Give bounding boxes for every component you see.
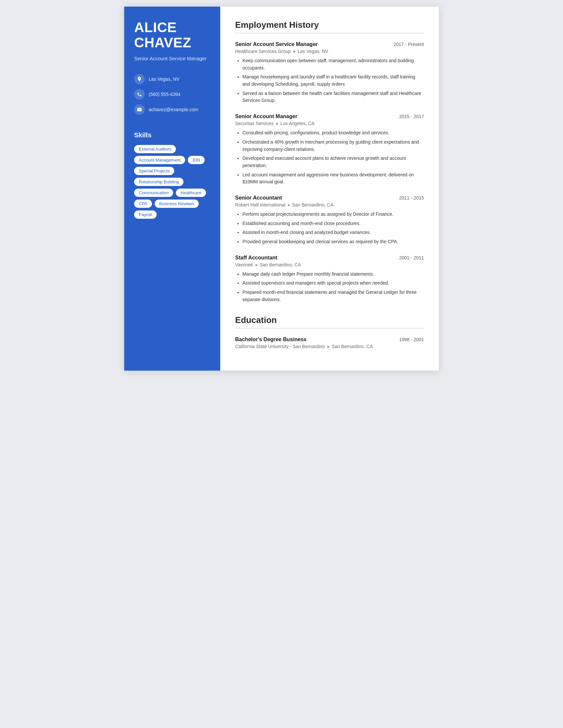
- job-bullet: Manage housekeeping and laundry staff in…: [242, 73, 424, 88]
- edu-block: Bachelor's Degree Business 1998 - 2001 C…: [235, 337, 424, 349]
- job-dates: 2015 - 2017: [399, 114, 424, 119]
- skill-tag: Relationship Building: [134, 178, 183, 186]
- phone-text: (560) 555-4394: [149, 92, 180, 97]
- job-company: Robert Half International●San Bernardino…: [235, 202, 424, 207]
- job-title: Senior Accountant: [235, 195, 282, 201]
- job-bullet: Keep communication open between staff, m…: [242, 57, 424, 71]
- edu-header: Bachelor's Degree Business 1998 - 2001: [235, 337, 424, 342]
- job-header: Senior Account Manager 2015 - 2017: [235, 114, 424, 119]
- skill-tag: Communication: [134, 189, 173, 197]
- skill-tag: External Auditors: [134, 145, 176, 153]
- job-bullet: Orchestrated a 40% growth in merchant pr…: [242, 139, 424, 153]
- edu-dates: 1998 - 2001: [399, 337, 424, 342]
- contact-section: Las Vegas, NV (560) 555-4394 achavez@exa…: [134, 74, 210, 115]
- education-section: Education Bachelor's Degree Business 199…: [235, 315, 424, 349]
- job-block: Senior Account Manager 2015 - 2017 Secur…: [235, 114, 424, 186]
- location-item: Las Vegas, NV: [134, 74, 210, 84]
- job-bullet: Led account management and aggressive ne…: [242, 171, 424, 186]
- job-bullet: Assisted in month-end closing and analyz…: [242, 229, 424, 236]
- job-bullets: Manage daily cash ledger Prepare monthly…: [235, 271, 424, 303]
- skill-tag: IDN: [188, 156, 204, 164]
- email-item: achavez@example.com: [134, 104, 210, 115]
- skill-tag: CPA: [134, 200, 152, 208]
- job-header: Senior Account Service Manager 2017 - Pr…: [235, 41, 424, 47]
- candidate-title: Senior Account Service Manager: [134, 55, 210, 62]
- job-header: Staff Accountant 2001 - 2011: [235, 255, 424, 261]
- job-company: Vavrinek●San Bernardino, CA: [235, 262, 424, 267]
- job-dates: 2001 - 2011: [399, 255, 424, 260]
- job-bullet: Established accounting and month-end clo…: [242, 220, 424, 227]
- edu-degree: Bachelor's Degree Business: [235, 337, 306, 342]
- job-bullets: Keep communication open between staff, m…: [235, 57, 424, 104]
- skills-tags: External AuditorsAccount ManagementIDNSp…: [134, 145, 210, 219]
- job-title: Senior Account Manager: [235, 114, 298, 119]
- job-block: Staff Accountant 2001 - 2011 Vavrinek●Sa…: [235, 255, 424, 303]
- job-bullet: Developed and executed account plans to …: [242, 155, 424, 169]
- jobs-container: Senior Account Service Manager 2017 - Pr…: [235, 41, 424, 303]
- job-title: Senior Account Service Manager: [235, 41, 318, 47]
- email-icon: [134, 104, 145, 115]
- job-bullet: Manage daily cash ledger Prepare monthly…: [242, 271, 424, 278]
- skills-section: Skills External AuditorsAccount Manageme…: [134, 131, 210, 219]
- job-company: Healthcare Services Group●Las Vegas, NV: [235, 49, 424, 54]
- job-title: Staff Accountant: [235, 255, 277, 261]
- skill-tag: Business Reviews: [155, 200, 199, 208]
- skill-tag: Healthcare: [176, 189, 206, 197]
- main-content: Employment History Senior Account Servic…: [220, 7, 439, 371]
- job-bullets: Consulted with pricing, configurations, …: [235, 129, 424, 186]
- phone-icon: [134, 89, 145, 100]
- phone-item: (560) 555-4394: [134, 89, 210, 100]
- edu-container: Bachelor's Degree Business 1998 - 2001 C…: [235, 337, 424, 349]
- skill-tag: Special Projects: [134, 167, 174, 175]
- job-company: Securitas Services●Los Angeles, CA: [235, 121, 424, 126]
- sidebar: ALICE CHAVEZ Senior Account Service Mana…: [124, 7, 220, 371]
- skill-tag: Account Management: [134, 156, 185, 164]
- employment-heading: Employment History: [235, 20, 424, 33]
- job-dates: 2017 - Present: [394, 42, 424, 47]
- job-dates: 2011 - 2015: [399, 195, 424, 201]
- job-bullet: Consulted with pricing, configurations, …: [242, 129, 424, 137]
- job-bullet: Served as a liaison between the health c…: [242, 90, 424, 104]
- location-icon: [134, 74, 145, 84]
- job-bullet: Prepared month-end financial statements …: [242, 289, 424, 303]
- location-text: Las Vegas, NV: [149, 76, 179, 82]
- job-bullet: Perform special projects/assignments as …: [242, 211, 424, 218]
- employment-section: Employment History Senior Account Servic…: [235, 20, 424, 303]
- job-block: Senior Account Service Manager 2017 - Pr…: [235, 41, 424, 104]
- email-text: achavez@example.com: [149, 107, 198, 112]
- job-block: Senior Accountant 2011 - 2015 Robert Hal…: [235, 195, 424, 246]
- job-bullet: Provided general bookkeeping and clerica…: [242, 238, 424, 246]
- skill-tag: Payroll: [134, 210, 157, 219]
- job-header: Senior Accountant 2011 - 2015: [235, 195, 424, 201]
- education-heading: Education: [235, 315, 424, 329]
- job-bullets: Perform special projects/assignments as …: [235, 211, 424, 246]
- job-bullet: Assisted supervisors and managers with s…: [242, 280, 424, 287]
- resume-container: ALICE CHAVEZ Senior Account Service Mana…: [124, 7, 439, 371]
- edu-institution: California State University - San Bernar…: [235, 344, 424, 349]
- candidate-name: ALICE CHAVEZ: [134, 20, 210, 50]
- skills-heading: Skills: [134, 131, 210, 139]
